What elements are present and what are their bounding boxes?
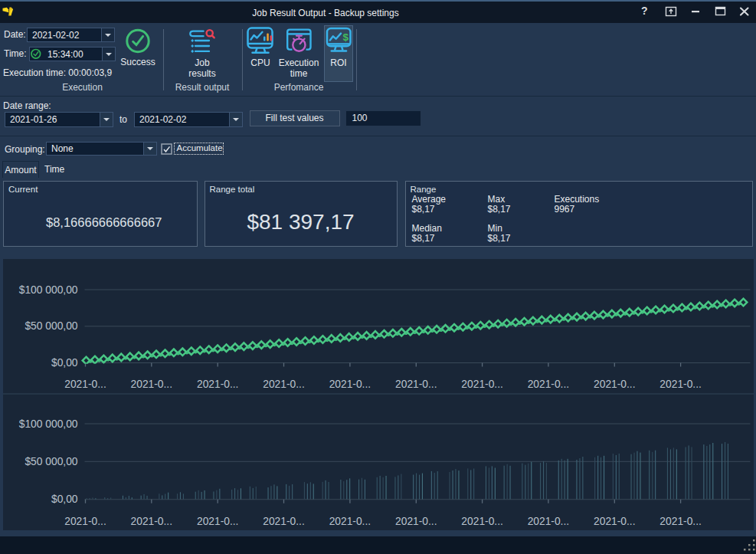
svg-text:2021-0...: 2021-0... — [527, 379, 568, 390]
svg-text:$: $ — [343, 31, 349, 43]
svg-text:2021-0...: 2021-0... — [594, 516, 635, 527]
svg-text:2021-0...: 2021-0... — [196, 516, 237, 527]
svg-text:$100 000,00: $100 000,00 — [18, 284, 77, 296]
svg-text:2021-0...: 2021-0... — [461, 516, 502, 527]
svg-text:$0,00: $0,00 — [51, 357, 77, 369]
svg-text:2021-0...: 2021-0... — [659, 379, 701, 390]
svg-text:2021-0...: 2021-0... — [594, 379, 635, 390]
svg-text:2021-0...: 2021-0... — [196, 379, 237, 390]
svg-text:2021-0...: 2021-0... — [263, 379, 304, 390]
svg-text:2021-0...: 2021-0... — [461, 379, 502, 390]
svg-text:2021-0...: 2021-0... — [263, 516, 304, 527]
svg-text:2021-0...: 2021-0... — [395, 379, 437, 390]
svg-text:2021-0...: 2021-0... — [329, 516, 370, 527]
svg-text:$50 000,00: $50 000,00 — [25, 456, 77, 467]
svg-text:$100 000,00: $100 000,00 — [18, 418, 77, 430]
svg-text:2021-0...: 2021-0... — [395, 516, 437, 527]
svg-text:2021-0...: 2021-0... — [659, 516, 701, 527]
svg-text:$0,00: $0,00 — [51, 493, 77, 505]
svg-text:2021-0...: 2021-0... — [130, 379, 172, 390]
svg-text:2021-0...: 2021-0... — [64, 516, 106, 527]
svg-text:2021-0...: 2021-0... — [130, 516, 172, 527]
svg-text:2021-0...: 2021-0... — [527, 516, 568, 527]
svg-text:2021-0...: 2021-0... — [64, 379, 106, 390]
svg-text:$50 000,00: $50 000,00 — [25, 320, 77, 332]
svg-text:2021-0...: 2021-0... — [329, 379, 370, 390]
